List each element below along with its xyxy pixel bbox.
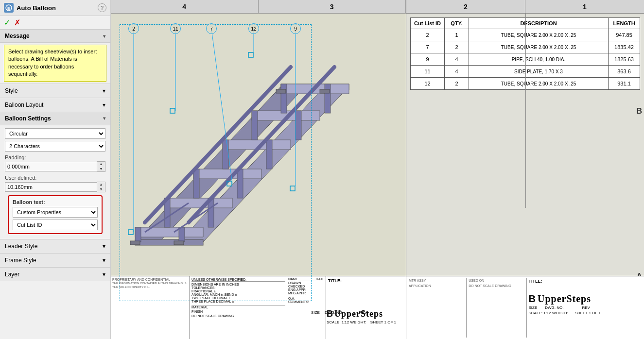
bom-bottom-left: MTR ASSY APPLICATION: [408, 278, 467, 338]
svg-rect-6: [248, 52, 253, 57]
check-row: ✓ ✗: [0, 16, 110, 29]
svg-text:B: B: [7, 6, 10, 11]
main-drawing-area[interactable]: 4 3 2 11: [111, 0, 644, 339]
message-section-header[interactable]: Message ▾: [0, 29, 110, 43]
cell-length: 1825.63: [609, 53, 640, 66]
layer-label: Layer: [5, 271, 19, 278]
cell-qty: 4: [445, 53, 469, 66]
cell-id: 2: [411, 29, 445, 41]
cell-desc: TUBE, SQUARE 2.00 X 2.00 X .25: [469, 78, 609, 90]
svg-line-4: [211, 29, 232, 184]
padding-label: Padding:: [5, 154, 105, 160]
message-content: Select drawing sheet/view(s) to insert b…: [4, 45, 106, 82]
balloon-layout-section-header[interactable]: Balloon Layout ▾: [0, 98, 110, 112]
message-chevron: ▾: [103, 34, 105, 39]
padding-up[interactable]: ▲: [97, 162, 105, 167]
col-3: 3: [259, 0, 406, 13]
bom-title-inner: MTR ASSY APPLICATION USED ON DO NOT SCAL…: [408, 278, 643, 338]
layer-chevron: ▾: [103, 271, 105, 278]
shape-select[interactable]: Circular Square Triangle Hexagon None: [5, 128, 105, 139]
cell-desc: TUBE, SQUARE 2.00 X 2.00 X .25: [469, 29, 609, 41]
bom-area: 2 1 Cut List ID QTY. DESCRIPTION LENGTH …: [406, 0, 644, 339]
col-2: 2: [406, 0, 525, 13]
cell-qty: 4: [445, 66, 469, 78]
col-cut-list-id: Cut List ID: [411, 18, 445, 29]
auto-balloon-icon: B: [4, 3, 14, 13]
panel-title-text: Auto Balloon: [17, 4, 56, 12]
svg-rect-10: [128, 230, 133, 235]
cancel-button[interactable]: ✗: [14, 18, 20, 27]
cell-desc: SIDE PLATE, 1.70 X 3: [469, 66, 609, 78]
cell-id: 7: [411, 41, 445, 53]
leader-style-label: Leader Style: [5, 243, 37, 250]
col-description: DESCRIPTION: [469, 18, 609, 29]
left-panel: B Auto Balloon ? ✓ ✗ Message ▾ Select dr…: [0, 0, 111, 339]
col-4: 4: [111, 0, 259, 13]
row-label-b: B: [636, 107, 642, 116]
drawing-sheet[interactable]: 2 11 7 12 9: [111, 14, 406, 339]
frame-style-section-header[interactable]: Frame Style ▾: [0, 253, 110, 267]
balloon-text-label: Balloon text:: [13, 199, 98, 205]
user-defined-input[interactable]: [5, 182, 97, 192]
svg-rect-12: [227, 181, 232, 186]
padding-down[interactable]: ▼: [97, 167, 105, 171]
style-chevron: ▾: [103, 87, 105, 94]
balloon-12: 12: [248, 23, 259, 34]
bom-rulers: 2 1: [406, 0, 644, 14]
balloon-leaders-svg: [111, 14, 406, 339]
cell-length: 931.1: [609, 78, 640, 90]
user-defined-label: User defined:: [5, 175, 105, 181]
svg-rect-11: [170, 108, 175, 113]
cut-list-select[interactable]: Cut List ID Part Number Description: [13, 220, 98, 230]
balloon-9: 9: [290, 23, 301, 34]
bom-bottom-right: TITLE: B UpperSteps SIZE DWG. NO. REV SC…: [528, 278, 643, 338]
characters-select[interactable]: 1 Character 2 Characters 3 Characters: [5, 141, 105, 152]
layer-section-header[interactable]: Layer ▾: [0, 267, 110, 281]
balloon-text-section: Balloon text: Custom Properties Item Num…: [8, 195, 103, 234]
bom-vertical-divider: [525, 14, 526, 208]
col-qty: QTY.: [445, 18, 469, 29]
padding-input[interactable]: [5, 162, 97, 171]
panel-title: B Auto Balloon: [4, 3, 56, 13]
cell-length: 1835.42: [609, 41, 640, 53]
confirm-button[interactable]: ✓: [4, 18, 10, 27]
bom-title-block: MTR ASSY APPLICATION USED ON DO NOT SCAL…: [406, 276, 644, 339]
cell-length: 947.85: [609, 29, 640, 41]
cell-qty: 1: [445, 29, 469, 41]
balloon-layout-chevron: ▾: [103, 102, 105, 108]
balloon-text-select-row: Custom Properties Item Number Descriptio…: [13, 207, 98, 218]
leader-style-section-header[interactable]: Leader Style ▾: [0, 239, 110, 253]
balloon-11: 11: [170, 23, 181, 34]
cell-id: 11: [411, 66, 445, 78]
column-rulers: 4 3: [111, 0, 406, 14]
shape-row: Circular Square Triangle Hexagon None: [5, 128, 105, 139]
user-defined-spinner: ▲ ▼: [97, 182, 105, 192]
svg-rect-8: [290, 186, 295, 191]
cell-desc: TUBE, SQUARE 2.00 X 2.00 X .25: [469, 41, 609, 53]
col-length: LENGTH: [609, 18, 640, 29]
characters-row: 1 Character 2 Characters 3 Characters: [5, 141, 105, 152]
frame-style-chevron: ▾: [103, 257, 105, 264]
cut-list-select-row: Cut List ID Part Number Description: [13, 220, 98, 230]
balloon-settings-chevron: ▾: [103, 116, 105, 121]
cell-qty: 2: [445, 41, 469, 53]
user-defined-down[interactable]: ▼: [97, 187, 105, 192]
cell-id: 9: [411, 53, 445, 66]
leader-style-chevron: ▾: [103, 243, 105, 250]
balloon-settings-label: Balloon Settings: [5, 115, 51, 122]
balloon-text-select[interactable]: Custom Properties Item Number Descriptio…: [13, 207, 98, 218]
cell-desc: PIPE, SCH 40, 1.00 DIA.: [469, 53, 609, 66]
user-defined-row: ▲ ▼: [5, 182, 105, 192]
style-label: Style: [5, 87, 18, 94]
message-text: Select drawing sheet/view(s) to insert b…: [8, 49, 97, 77]
balloon-7: 7: [206, 23, 217, 34]
help-button[interactable]: ?: [98, 3, 106, 12]
style-section-header[interactable]: Style ▾: [0, 84, 110, 98]
bom-bottom-mid: USED ON DO NOT SCALE DRAWING: [468, 278, 526, 338]
balloon-settings-header[interactable]: Balloon Settings ▾: [0, 112, 110, 125]
cell-id: 12: [411, 78, 445, 90]
user-defined-up[interactable]: ▲: [97, 182, 105, 187]
balloon-settings-content: Circular Square Triangle Hexagon None 1 …: [0, 125, 110, 239]
cell-qty: 2: [445, 78, 469, 90]
balloon-2: 2: [128, 23, 139, 34]
